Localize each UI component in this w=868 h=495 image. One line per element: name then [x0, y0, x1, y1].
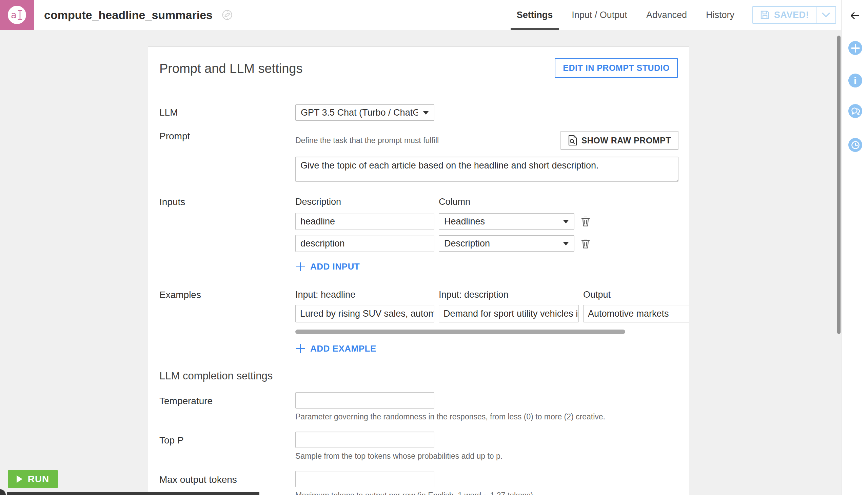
app-window: a compute_headline_summaries Settings In…: [0, 0, 868, 495]
llm-select[interactable]: GPT 3.5 Chat (Turbo / ChatGPT) - l: [295, 104, 434, 121]
header: a compute_headline_summaries Settings In…: [0, 0, 841, 30]
play-icon: [17, 475, 22, 483]
header-tabs: Settings Input / Output Advanced History: [507, 0, 744, 30]
tab-settings-label: Settings: [517, 10, 553, 20]
prompt-settings-card: Prompt and LLM settings EDIT IN PROMPT S…: [148, 47, 689, 495]
tab-input-output[interactable]: Input / Output: [562, 0, 637, 30]
input-column-select[interactable]: Description: [439, 235, 574, 252]
save-split-button: SAVED!: [752, 6, 836, 24]
ai-recipe-icon: a: [7, 5, 27, 25]
chevron-down-icon: [821, 12, 831, 18]
max-output-tokens-label: Max output tokens: [159, 471, 295, 495]
save-button[interactable]: SAVED!: [753, 7, 816, 23]
add-example-button[interactable]: ADD EXAMPLE: [295, 343, 376, 354]
completion-settings-title: LLM completion settings: [159, 370, 678, 382]
add-input-label: ADD INPUT: [310, 261, 360, 272]
llm-select-value: GPT 3.5 Chat (Turbo / ChatGPT) - l: [301, 107, 418, 118]
delete-input-button[interactable]: [579, 216, 592, 227]
vertical-scrollbar[interactable]: [837, 36, 840, 334]
input-column-select-value: Headlines: [444, 216, 485, 227]
card-title: Prompt and LLM settings: [159, 62, 303, 76]
info-icon[interactable]: i: [848, 73, 862, 87]
prompt-hint: Define the task that the prompt must ful…: [295, 136, 439, 145]
top-p-input[interactable]: [295, 432, 434, 448]
examples-col-headline: Input: headline: [295, 290, 434, 301]
llm-label: LLM: [159, 107, 295, 118]
input-description-field[interactable]: [295, 213, 434, 230]
max-output-tokens-help: Maximum tokens to output per row (in Eng…: [295, 491, 678, 495]
run-button[interactable]: RUN: [8, 470, 58, 488]
edit-in-prompt-studio-button[interactable]: EDIT IN PROMPT STUDIO: [555, 58, 678, 78]
right-rail: i: [841, 0, 868, 495]
trash-icon: [580, 216, 591, 227]
input-column-select[interactable]: Headlines: [439, 213, 574, 229]
input-column-select-value: Description: [444, 238, 490, 249]
temperature-help: Parameter governing the randomness in th…: [295, 412, 678, 422]
show-raw-prompt-button[interactable]: SHOW RAW PROMPT: [560, 131, 679, 150]
floppy-icon: [760, 10, 770, 20]
tab-advanced[interactable]: Advanced: [637, 0, 696, 30]
examples-col-output: Output: [583, 290, 689, 301]
top-p-label: Top P: [159, 432, 295, 461]
show-raw-prompt-label: SHOW RAW PROMPT: [581, 136, 671, 146]
arrow-left-icon[interactable]: [849, 10, 861, 21]
tab-settings[interactable]: Settings: [507, 0, 562, 30]
example-output-field[interactable]: Automotive markets: [583, 305, 689, 322]
info-glyph: i: [854, 75, 857, 86]
compass-icon[interactable]: [221, 9, 233, 21]
examples-col-description: Input: description: [439, 290, 579, 301]
main-scroll-area: Prompt and LLM settings EDIT IN PROMPT S…: [0, 30, 841, 495]
inputs-col-description: Description: [295, 197, 434, 208]
caret-down-icon: [563, 242, 569, 245]
example-description-field[interactable]: Demand for sport utility vehicles in t: [439, 305, 579, 322]
page-title: compute_headline_summaries: [44, 8, 212, 22]
tab-input-output-label: Input / Output: [572, 10, 627, 20]
delete-input-button[interactable]: [579, 238, 592, 249]
inputs-col-column: Column: [439, 197, 574, 208]
discussions-icon[interactable]: [848, 104, 862, 118]
prompt-label: Prompt: [159, 131, 295, 183]
horizontal-scrollbar[interactable]: [295, 329, 625, 334]
run-button-label: RUN: [28, 474, 50, 484]
add-example-label: ADD EXAMPLE: [310, 343, 376, 354]
add-input-button[interactable]: ADD INPUT: [295, 261, 360, 272]
bottom-panel-edge: [7, 492, 259, 495]
tab-advanced-label: Advanced: [646, 10, 687, 20]
tab-history[interactable]: History: [696, 0, 744, 30]
plus-icon: [295, 262, 306, 272]
plus-icon: [295, 343, 306, 354]
svg-text:a: a: [11, 10, 17, 21]
save-dropdown-button[interactable]: [816, 7, 835, 23]
inputs-label: Inputs: [159, 197, 295, 273]
prompt-textarea[interactable]: Give the topic of each article based on …: [295, 157, 679, 182]
timeline-icon[interactable]: [848, 138, 862, 152]
example-headline-field[interactable]: Lured by rising SUV sales, automaker: [295, 305, 434, 322]
caret-down-icon: [563, 220, 569, 223]
temperature-label: Temperature: [159, 392, 295, 422]
max-output-tokens-input[interactable]: [295, 471, 434, 487]
plus-icon[interactable]: [848, 41, 862, 55]
trash-icon: [580, 238, 591, 249]
save-button-label: SAVED!: [774, 10, 809, 20]
document-search-icon: [568, 135, 577, 146]
ai-recipe-logo: a: [0, 0, 34, 30]
tab-history-label: History: [706, 10, 734, 20]
caret-down-icon: [423, 111, 429, 115]
input-description-field[interactable]: [295, 235, 434, 252]
temperature-input[interactable]: [295, 392, 434, 409]
examples-label: Examples: [159, 290, 295, 355]
top-p-help: Sample from the top tokens whose probabi…: [295, 451, 678, 461]
